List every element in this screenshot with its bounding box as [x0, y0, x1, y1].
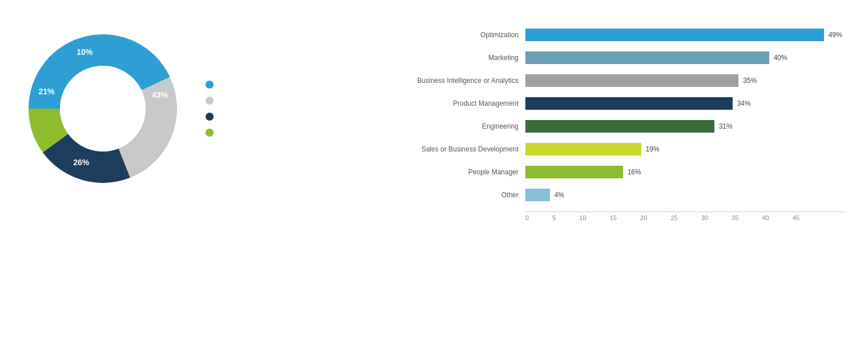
axis-label: 0	[525, 214, 529, 221]
bar-track: 35%	[525, 74, 845, 87]
axis-label: 35	[732, 214, 738, 221]
legend-item-individual	[206, 97, 219, 105]
bar-track: 40%	[525, 51, 845, 64]
bar-fill	[525, 189, 550, 201]
donut-legend	[206, 81, 219, 137]
bar-track: 16%	[525, 166, 845, 178]
bar-track: 4%	[525, 189, 845, 201]
axis-label: 20	[640, 214, 647, 221]
bar-value: 49%	[829, 31, 867, 39]
legend-item-manager	[206, 81, 219, 89]
axis-label: 45	[793, 214, 799, 221]
bar-fill	[525, 120, 714, 133]
bar-row: Business Intelligence or Analytics35%	[388, 74, 845, 87]
bar-track: 49%	[525, 29, 845, 41]
bar-row: Optimization49%	[388, 29, 845, 41]
axis-label: 25	[670, 214, 677, 221]
bar-fill	[525, 166, 623, 178]
axis-label: 10	[579, 214, 586, 221]
bar-value: 31%	[719, 122, 867, 130]
axis-label: 15	[610, 214, 617, 221]
donut-container: 43% 26% 21% 10%	[23, 29, 354, 189]
right-panel: Optimization49%Marketing40%Business Inte…	[354, 17, 845, 221]
bar-label: Business Intelligence or Analytics	[388, 77, 525, 85]
bar-track: 19%	[525, 143, 845, 155]
left-panel: 43% 26% 21% 10%	[23, 17, 354, 189]
bar-value: 34%	[737, 99, 867, 107]
bar-label: People Manager	[388, 168, 525, 176]
donut-chart: 43% 26% 21% 10%	[23, 29, 183, 189]
x-axis: 051015202530354045	[525, 212, 845, 221]
bar-row: Product Management34%	[388, 97, 845, 110]
bar-label: Sales or Business Development	[388, 145, 525, 153]
bar-fill	[525, 143, 641, 155]
donut-svg: 43% 26% 21% 10%	[23, 29, 183, 189]
bar-value: 16%	[628, 168, 867, 176]
bar-value: 19%	[646, 145, 867, 153]
bar-label: Engineering	[388, 122, 525, 130]
bar-fill	[525, 97, 733, 110]
axis-label: 5	[552, 214, 556, 221]
legend-dot-executive	[206, 113, 214, 121]
legend-dot-individual	[206, 97, 214, 105]
legend-item-executive	[206, 113, 219, 121]
bar-value: 4%	[554, 191, 867, 199]
bar-label: Optimization	[388, 31, 525, 39]
svg-text:43%: 43%	[152, 90, 168, 99]
bar-row: Sales or Business Development19%	[388, 143, 845, 155]
bar-track: 34%	[525, 97, 845, 110]
svg-text:21%: 21%	[39, 87, 55, 96]
bar-row: People Manager16%	[388, 166, 845, 178]
bar-row: Marketing40%	[388, 51, 845, 64]
legend-item-consultant	[206, 129, 219, 137]
bar-track: 31%	[525, 120, 845, 133]
axis-label: 30	[701, 214, 708, 221]
legend-dot-consultant	[206, 129, 214, 137]
svg-point-4	[60, 66, 146, 151]
bar-value: 40%	[774, 54, 867, 62]
bar-label: Product Management	[388, 99, 525, 107]
bar-row: Engineering31%	[388, 120, 845, 133]
bar-label: Other	[388, 191, 525, 199]
svg-text:26%: 26%	[73, 158, 90, 167]
bar-fill	[525, 51, 769, 64]
bar-chart-area: Optimization49%Marketing40%Business Inte…	[388, 29, 845, 221]
bar-row: Other4%	[388, 189, 845, 201]
legend-dot-manager	[206, 81, 214, 89]
bar-fill	[525, 74, 738, 87]
svg-text:10%: 10%	[77, 47, 93, 57]
bar-fill	[525, 29, 824, 41]
bar-value: 35%	[743, 77, 867, 85]
axis-label: 40	[762, 214, 769, 221]
bar-label: Marketing	[388, 54, 525, 62]
